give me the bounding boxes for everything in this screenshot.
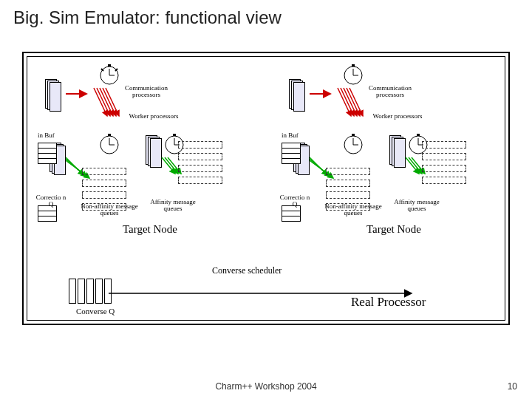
target-node-right: Communication processors Worker processo…	[274, 61, 503, 253]
svg-line-23	[162, 157, 175, 174]
diagram-frame: Communication processors Worker processo…	[22, 52, 510, 325]
svg-line-41	[344, 88, 357, 116]
inbuf-label: in Buf	[38, 132, 60, 139]
svg-line-24	[165, 157, 178, 174]
svg-line-47	[406, 157, 419, 174]
affinity-label: Affinity message queues	[386, 199, 447, 213]
converse-scheduler-label: Converse scheduler	[212, 265, 282, 276]
svg-rect-13	[173, 134, 176, 136]
non-affinity-label: Non-affinity message queues	[320, 203, 386, 217]
affinity-label: Affinity message queues	[143, 199, 203, 213]
comm-processors-label: Communication processors	[117, 85, 175, 99]
real-processor-label: Real Processor	[351, 295, 426, 310]
clock-icon	[98, 64, 120, 86]
affinity-queues	[178, 141, 222, 193]
correction-q-label: Correctio n Q	[35, 194, 67, 208]
worker-processors-label: Worker processors	[128, 113, 180, 120]
target-node-label: Target Node	[100, 224, 200, 236]
target-node-label: Target Node	[344, 224, 444, 236]
correction-q-box	[38, 205, 57, 235]
affinity-queues	[422, 141, 466, 193]
converse-q-label: Converse Q	[76, 307, 115, 316]
footer-text: Charm++ Workshop 2004	[0, 381, 532, 392]
svg-rect-37	[417, 134, 420, 136]
inbuf-label: in Buf	[282, 132, 304, 139]
svg-line-17	[100, 88, 113, 116]
slide-title: Big. Sim Emulator: functional view	[0, 0, 532, 33]
worker-processors-label: Worker processors	[372, 113, 423, 120]
diagram-inner: Communication processors Worker processo…	[27, 56, 505, 321]
svg-line-48	[409, 157, 422, 174]
correction-q-label: Correctio n Q	[279, 194, 311, 208]
inbuf-box	[38, 143, 57, 172]
svg-rect-3	[108, 64, 111, 66]
target-node-left: Communication processors Worker processo…	[30, 61, 259, 253]
svg-rect-29	[352, 64, 355, 66]
svg-rect-33	[352, 134, 355, 136]
clock-icon	[342, 64, 364, 86]
non-affinity-label: Non-affinity message queues	[76, 203, 143, 217]
inbuf-box	[282, 143, 301, 172]
comm-processors-label: Communication processors	[361, 85, 419, 99]
page-number: 10	[508, 381, 517, 392]
svg-rect-9	[108, 134, 111, 136]
correction-q-box	[282, 205, 301, 235]
